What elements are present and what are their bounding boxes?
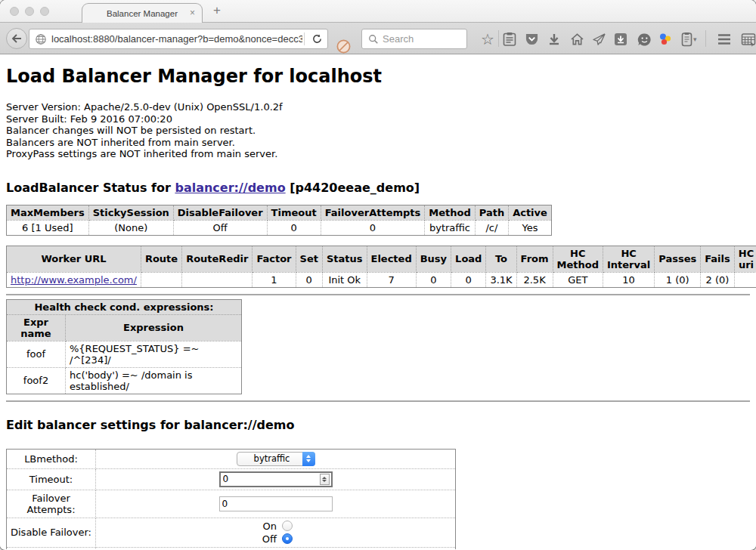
status-heading-suffix: [p4420eeae_demo] — [286, 181, 420, 195]
table-row: http://www.example.com/10Init Ok7003.1K2… — [7, 272, 756, 287]
search-bar[interactable] — [361, 29, 467, 49]
pocket-icon[interactable] — [523, 31, 540, 48]
radio-off-option[interactable]: Off — [259, 533, 293, 545]
lbmethod-row: LBmethod: bytraffic — [7, 449, 456, 468]
page-content: Load Balancer Manager for localhost Serv… — [0, 54, 756, 549]
balancer-value-cell: 6 [1 Used] — [7, 220, 89, 235]
globe-icon — [35, 33, 47, 45]
balancer-header-cell: StickySession — [88, 205, 173, 220]
balancer-value-cell: /c/ — [475, 220, 508, 235]
worker-value-cell — [734, 272, 756, 287]
health-table-title-row: Health check cond. expressions: — [7, 299, 242, 314]
worker-header-cell: HC uri — [734, 246, 756, 272]
balancer-value-cell: 0 — [267, 220, 321, 235]
clipboard-panel-icon[interactable] — [678, 31, 695, 48]
save-to-device-icon[interactable] — [612, 31, 629, 48]
timeout-row: Timeout: — [7, 468, 456, 490]
balancer-demo-link[interactable]: balancer://demo — [175, 181, 285, 195]
disable-failover-label: Disable Failover: — [7, 518, 96, 547]
back-arrow-icon — [11, 33, 23, 44]
table-row: foof2 hc('body') =~ /domain is establish… — [7, 367, 242, 394]
worker-value-cell: 1 — [253, 272, 296, 287]
sticky-session-label: Sticky Session: — [7, 547, 96, 549]
reading-list-icon[interactable] — [501, 31, 518, 48]
worker-value-cell: 0 — [416, 272, 451, 287]
expression-cell: hc('body') =~ /domain is established/ — [66, 367, 242, 394]
back-button[interactable] — [6, 28, 27, 49]
home-icon[interactable] — [569, 31, 585, 48]
window-controls[interactable] — [10, 7, 49, 16]
expr-name-cell: foof — [7, 341, 66, 367]
menu-hamburger-icon[interactable] — [716, 31, 733, 48]
health-table-title: Health check cond. expressions: — [7, 299, 242, 314]
worker-value-cell: 3.1K — [486, 272, 516, 287]
balancer-status-table: MaxMembersStickySessionDisableFailoverTi… — [6, 205, 552, 236]
timeout-label: Timeout: — [7, 468, 96, 490]
extension-color-dots-icon[interactable] — [657, 31, 674, 48]
balancer-header-cell: Active — [509, 205, 552, 220]
worker-value-cell: 10 — [603, 272, 654, 287]
worker-value-cell: 0 — [296, 272, 322, 287]
radio-off-label: Off — [259, 533, 277, 545]
search-icon — [368, 34, 379, 45]
balancer-header-cell: MaxMembers — [7, 205, 89, 220]
worker-header-cell: RouteRedir — [182, 246, 253, 272]
timeout-input-wrap — [219, 471, 333, 487]
page-title: Load Balancer Manager for localhost — [6, 54, 750, 87]
worker-value-cell: GET — [553, 272, 603, 287]
tab-strip: Balancer Manager × + — [0, 0, 756, 23]
worker-url-link[interactable]: http://www.example.com/ — [11, 274, 137, 286]
lbmethod-select[interactable]: bytraffic — [237, 452, 315, 466]
failover-value-cell — [96, 490, 456, 518]
table-header-row: Expr nameExpression — [7, 314, 242, 341]
worker-header-cell: Route — [141, 246, 181, 272]
worker-value-cell: 7 — [367, 272, 416, 287]
timeout-value-cell — [96, 468, 456, 490]
tab-balancer-manager[interactable]: Balancer Manager × — [82, 3, 203, 23]
worker-header-cell: From — [516, 246, 553, 272]
expr-name-cell: foof2 — [7, 367, 66, 394]
radio-on-label: On — [259, 521, 277, 532]
edit-balancer-form: LBmethod: bytraffic Timeout: — [6, 449, 456, 550]
search-input[interactable] — [383, 33, 454, 45]
number-spinner-icon[interactable] — [320, 474, 330, 485]
worker-status-table: Worker URLRouteRouteRedirFactorSetStatus… — [6, 246, 756, 288]
minimize-window-button[interactable] — [25, 7, 34, 16]
loadbalancer-status-heading: LoadBalancer Status for balancer://demo … — [6, 181, 750, 195]
bookmark-star-icon[interactable]: ☆ — [479, 31, 496, 48]
chevron-down-icon[interactable]: ▾ — [693, 36, 697, 43]
timeout-input[interactable] — [221, 474, 320, 484]
select-stepper-icon — [302, 452, 315, 466]
url-bar[interactable]: localhost:8880/balancer-manager?b=demo&n… — [29, 29, 328, 49]
close-window-button[interactable] — [10, 7, 19, 16]
disable-failover-value-cell: On Off — [96, 518, 456, 547]
divider — [6, 294, 750, 295]
send-page-icon[interactable] — [590, 31, 607, 48]
reload-button[interactable] — [306, 33, 327, 45]
radio-off-button[interactable] — [282, 533, 293, 544]
health-header-cell: Expression — [66, 314, 242, 341]
failover-attempts-row: Failover Attempts: — [7, 490, 456, 518]
grid-apps-icon[interactable] — [740, 31, 756, 48]
downloads-icon[interactable] — [546, 31, 562, 48]
failover-attempts-input[interactable] — [219, 496, 333, 511]
url-text[interactable]: localhost:8880/balancer-manager?b=demo&n… — [51, 33, 302, 45]
table-row: 6 [1 Used](None)Off00bytraffic/c/Yes — [7, 220, 552, 235]
balancer-header-cell: Timeout — [267, 205, 321, 220]
server-version-line: Server Version: Apache/2.5.0-dev (Unix) … — [6, 101, 750, 113]
edit-balancer-heading: Edit balancer settings for balancer://de… — [6, 418, 750, 432]
feedback-smiley-icon[interactable] — [636, 31, 652, 48]
server-info: Server Version: Apache/2.5.0-dev (Unix) … — [6, 101, 750, 160]
zoom-window-button[interactable] — [40, 7, 49, 16]
radio-on-button[interactable] — [282, 521, 293, 531]
proxypass-warning-line: ProxyPass settings are NOT inherited fro… — [6, 148, 750, 160]
url-divider — [304, 32, 305, 45]
radio-on-option[interactable]: On — [259, 521, 293, 532]
close-tab-icon[interactable]: × — [190, 8, 195, 18]
plugin-blocked-icon[interactable] — [336, 30, 352, 62]
new-tab-button[interactable]: + — [213, 3, 221, 18]
worker-header-cell: Set — [296, 246, 322, 272]
balancer-value-cell: Off — [173, 220, 267, 235]
server-built-line: Server Built: Feb 9 2016 07:00:20 — [6, 113, 750, 125]
worker-value-cell: 0 — [451, 272, 486, 287]
